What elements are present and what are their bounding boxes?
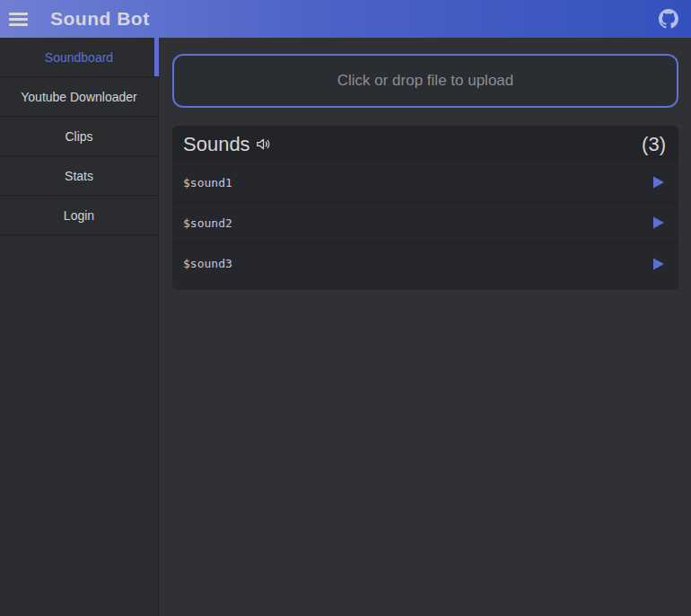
sidebar-item-stats[interactable]: Stats bbox=[0, 156, 158, 196]
app-header: Sound Bot bbox=[0, 0, 691, 38]
sidebar-item-label: Stats bbox=[65, 169, 93, 183]
menu-icon[interactable] bbox=[9, 9, 32, 29]
sound-row[interactable]: $sound2 bbox=[172, 203, 678, 243]
file-upload-dropzone[interactable]: Click or drop file to upload bbox=[172, 54, 678, 108]
play-icon bbox=[652, 258, 665, 270]
sound-name: $sound2 bbox=[183, 216, 232, 230]
sidebar-item-label: Clips bbox=[65, 129, 92, 144]
github-icon[interactable] bbox=[659, 9, 678, 29]
main-content: Click or drop file to upload Sounds (3) … bbox=[159, 38, 691, 616]
sounds-panel: Sounds (3) $sound1 $sound2 bbox=[172, 126, 678, 290]
sound-row[interactable]: $sound3 bbox=[172, 243, 678, 284]
play-button[interactable] bbox=[652, 175, 666, 189]
sidebar-item-login[interactable]: Login bbox=[0, 196, 158, 235]
sound-name: $sound3 bbox=[183, 257, 232, 270]
sidebar-item-label: Youtube Downloader bbox=[21, 90, 136, 104]
app-title: Sound Bot bbox=[50, 8, 150, 30]
play-button[interactable] bbox=[652, 216, 666, 230]
sidebar-item-clips[interactable]: Clips bbox=[0, 117, 158, 156]
sounds-panel-header: Sounds (3) bbox=[172, 126, 678, 163]
sound-name: $sound1 bbox=[183, 176, 232, 189]
sounds-count: (3) bbox=[642, 133, 666, 156]
sidebar: Soundboard Youtube Downloader Clips Stat… bbox=[0, 38, 159, 616]
sounds-title: Sounds bbox=[183, 133, 250, 156]
sidebar-item-label: Login bbox=[64, 208, 94, 223]
dropzone-label: Click or drop file to upload bbox=[337, 72, 514, 90]
play-button[interactable] bbox=[652, 257, 666, 271]
sound-row[interactable]: $sound1 bbox=[172, 163, 678, 203]
sidebar-item-youtube-downloader[interactable]: Youtube Downloader bbox=[0, 77, 158, 117]
sidebar-item-soundboard[interactable]: Soundboard bbox=[0, 38, 158, 77]
play-icon bbox=[652, 176, 665, 189]
speaker-icon bbox=[255, 136, 272, 153]
play-icon bbox=[652, 216, 665, 229]
sidebar-item-label: Soundboard bbox=[45, 50, 113, 65]
